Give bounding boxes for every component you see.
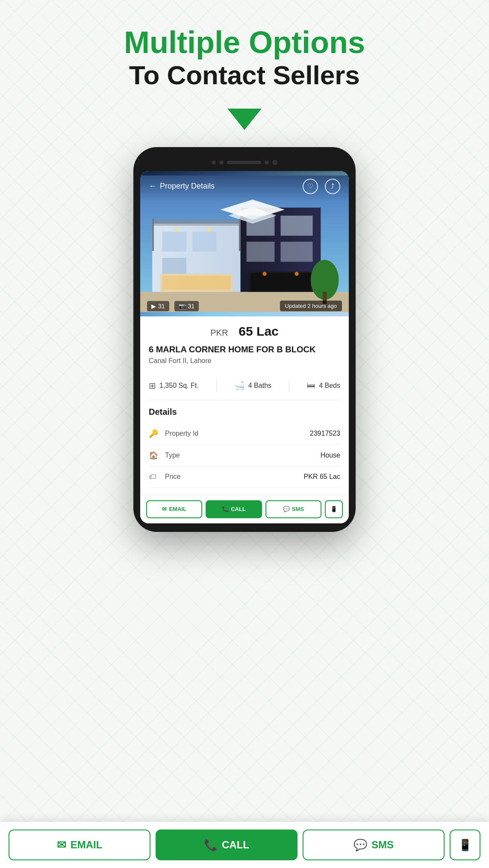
- property-location: Canal Fort II, Lahore: [149, 357, 340, 365]
- back-arrow-icon: ←: [149, 182, 156, 191]
- svg-point-23: [207, 228, 210, 231]
- phone-sms-label: SMS: [292, 506, 304, 512]
- detail-row-price: 🏷 Price PKR 65 Lac: [149, 466, 340, 488]
- svg-point-24: [262, 272, 266, 275]
- header-title: Property Details: [160, 182, 215, 191]
- svg-point-22: [175, 228, 178, 231]
- svg-rect-7: [192, 231, 216, 251]
- details-title: Details: [149, 407, 340, 417]
- bottom-action-bar: ✉ EMAIL 📞 CALL 💬 SMS 📱: [0, 822, 489, 868]
- phone-sms-icon: 💬: [283, 506, 290, 512]
- call-action-label: CALL: [222, 839, 249, 851]
- svg-rect-13: [280, 216, 312, 236]
- area-feature: ⊞ 1,350 Sq. Ft.: [149, 381, 199, 391]
- property-id-icon: 🔑: [149, 429, 162, 438]
- share-button[interactable]: ⤴: [325, 179, 340, 194]
- header-icons: ♡ ⤴: [303, 179, 340, 194]
- phone-whatsapp-button[interactable]: 📱: [325, 500, 343, 518]
- phone-call-icon: 📞: [222, 506, 229, 512]
- video-icon: ▶: [151, 303, 156, 310]
- image-bottom-bar: ▶ 31 📷 31 Updated 2 hours ago: [140, 295, 349, 316]
- email-action-button[interactable]: ✉ EMAIL: [9, 830, 150, 860]
- video-count: 31: [158, 303, 165, 310]
- phone-screen: ← Property Details ♡ ⤴ ▶ 31: [140, 171, 349, 523]
- phone-frame: ← Property Details ♡ ⤴ ▶ 31: [133, 147, 356, 532]
- arrow-down-icon: [227, 109, 262, 130]
- phone-bottom-bar: ✉ EMAIL 📞 CALL 💬 SMS 📱: [140, 495, 349, 523]
- beds-value: 4 Beds: [319, 382, 340, 390]
- video-count-badge: ▶ 31: [147, 301, 169, 311]
- back-button[interactable]: ← Property Details: [149, 182, 215, 191]
- updated-badge: Updated 2 hours ago: [280, 301, 342, 311]
- area-value: 1,350 Sq. Ft.: [159, 382, 199, 390]
- svg-rect-11: [239, 218, 241, 251]
- details-section: Details 🔑 Property Id 23917523 🏠 Type Ho…: [149, 400, 340, 495]
- property-info: PKR 65 Lac 6 MARLA CORNER HOME FOR B BLO…: [140, 316, 349, 495]
- phone-dot-left: [212, 160, 216, 165]
- svg-point-25: [295, 272, 298, 275]
- photo-count-badge: 📷 31: [174, 301, 199, 311]
- phone-camera: [272, 160, 277, 165]
- whatsapp-action-icon: 📱: [458, 838, 472, 852]
- bath-icon: 🛁: [234, 381, 245, 391]
- photo-count: 31: [188, 303, 195, 310]
- price-currency: PKR: [210, 328, 228, 337]
- phone-email-label: EMAIL: [169, 506, 186, 512]
- features-row: ⊞ 1,350 Sq. Ft. 🛁 4 Baths 🛏 4 Beds: [149, 372, 340, 400]
- phone-speaker: [227, 161, 261, 164]
- svg-rect-8: [162, 257, 186, 274]
- phone-email-button[interactable]: ✉ EMAIL: [146, 500, 202, 518]
- feature-separator-1: [216, 379, 217, 392]
- app-header-overlay: ← Property Details ♡ ⤴: [140, 171, 349, 202]
- area-icon: ⊞: [149, 381, 156, 391]
- svg-rect-19: [162, 276, 231, 290]
- phone-dot-right: [265, 160, 269, 165]
- price-value: 65 Lac: [239, 324, 278, 338]
- sms-action-label: SMS: [371, 839, 394, 851]
- email-action-label: EMAIL: [71, 839, 103, 851]
- updated-text: Updated 2 hours ago: [285, 303, 337, 309]
- svg-rect-10: [152, 218, 154, 251]
- email-action-icon: ✉: [57, 838, 66, 852]
- beds-feature: 🛏 4 Beds: [307, 381, 340, 390]
- property-id-label: Property Id: [162, 430, 310, 437]
- price-detail-value: PKR 65 Lac: [304, 473, 340, 481]
- phone-dot-center: [219, 160, 224, 165]
- svg-rect-17: [250, 273, 311, 290]
- sms-action-button[interactable]: 💬 SMS: [303, 830, 445, 860]
- property-title: 6 MARLA CORNER HOME FOR B BLOCK: [149, 345, 340, 354]
- favorite-button[interactable]: ♡: [303, 179, 318, 194]
- phone-call-label: CALL: [231, 506, 246, 512]
- feature-separator-2: [289, 379, 289, 392]
- property-id-value: 23917523: [310, 430, 340, 437]
- svg-rect-14: [247, 242, 275, 262]
- svg-rect-6: [162, 231, 186, 251]
- type-icon: 🏠: [149, 451, 162, 460]
- phone-call-button[interactable]: 📞 CALL: [206, 500, 262, 518]
- type-value: House: [321, 452, 340, 459]
- detail-row-property-id: 🔑 Property Id 23917523: [149, 423, 340, 445]
- price-label: Price: [162, 473, 304, 481]
- property-image: ← Property Details ♡ ⤴ ▶ 31: [140, 171, 349, 316]
- phone-sms-button[interactable]: 💬 SMS: [265, 500, 321, 518]
- phone-top-bar: [140, 156, 349, 171]
- bed-icon: 🛏: [307, 381, 315, 390]
- svg-rect-9: [152, 219, 240, 225]
- media-counts: ▶ 31 📷 31: [147, 301, 199, 311]
- phone-whatsapp-icon: 📱: [330, 506, 337, 512]
- svg-rect-15: [280, 242, 312, 262]
- camera-icon: 📷: [179, 303, 186, 310]
- type-label: Type: [162, 452, 321, 459]
- price-tag-icon: 🏷: [149, 472, 162, 481]
- call-action-icon: 📞: [204, 838, 218, 852]
- baths-value: 4 Baths: [248, 382, 271, 390]
- detail-row-type: 🏠 Type House: [149, 445, 340, 466]
- phone-email-icon: ✉: [162, 506, 167, 512]
- call-action-button[interactable]: 📞 CALL: [156, 830, 298, 860]
- headline-section: Multiple Options To Contact Sellers: [124, 26, 365, 92]
- sms-action-icon: 💬: [353, 838, 367, 852]
- svg-rect-12: [247, 216, 275, 236]
- whatsapp-action-button[interactable]: 📱: [450, 830, 480, 860]
- headline-green: Multiple Options: [124, 26, 365, 59]
- headline-black: To Contact Sellers: [124, 59, 365, 91]
